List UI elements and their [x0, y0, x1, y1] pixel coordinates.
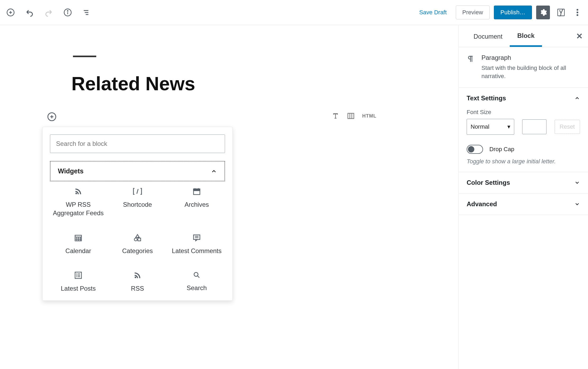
title-separator — [73, 56, 96, 57]
block-wp-rss-aggregator[interactable]: WP RSS Aggregator Feeds — [50, 187, 107, 218]
svg-point-10 — [577, 9, 578, 11]
html-button[interactable]: HTML — [362, 113, 376, 119]
block-label: Archives — [185, 200, 209, 209]
block-latest-posts[interactable]: Latest Posts — [50, 271, 107, 293]
svg-rect-32 — [138, 238, 141, 241]
plus-circle-icon — [47, 112, 57, 122]
search-icon — [193, 271, 201, 279]
font-size-value: Normal — [471, 123, 489, 130]
block-search[interactable]: Search — [168, 271, 225, 293]
advanced-panel: Advanced — [459, 194, 588, 215]
chevron-down-icon — [574, 180, 580, 186]
advanced-title: Advanced — [467, 200, 497, 208]
svg-point-11 — [577, 12, 578, 14]
widgets-panel-label: Widgets — [58, 167, 84, 175]
svg-rect-16 — [348, 113, 354, 119]
tab-document[interactable]: Document — [466, 26, 510, 46]
color-settings-header[interactable]: Color Settings — [467, 179, 580, 186]
undo-button[interactable] — [24, 7, 35, 18]
block-label: WP RSS Aggregator Feeds — [50, 200, 107, 218]
close-sidebar-button[interactable]: ✕ — [576, 32, 583, 41]
toolbar-left — [5, 7, 92, 18]
block-latest-comments[interactable]: Latest Comments — [168, 233, 225, 255]
block-rss[interactable]: RSS — [109, 271, 166, 293]
font-size-number-input[interactable] — [522, 119, 546, 134]
settings-sidebar: Document Block ✕ Paragraph Start with th… — [458, 25, 588, 369]
chevron-up-icon — [574, 95, 580, 101]
save-draft-button[interactable]: Save Draft — [415, 6, 452, 19]
font-size-reset-button[interactable]: Reset — [554, 120, 580, 134]
tab-block[interactable]: Block — [510, 25, 542, 47]
text-settings-title: Text Settings — [467, 94, 506, 102]
rss-feed-icon — [74, 187, 82, 196]
svg-rect-6 — [84, 10, 89, 11]
text-icon — [332, 112, 339, 120]
svg-rect-8 — [86, 14, 88, 15]
font-size-select[interactable]: Normal ▾ — [467, 119, 514, 135]
svg-rect-33 — [194, 235, 200, 239]
dropdown-caret-icon: ▾ — [507, 123, 510, 130]
block-inserter-popover: Widgets WP RSS Aggregator Feeds Shortcod… — [42, 127, 233, 301]
categories-icon — [133, 233, 142, 242]
block-categories[interactable]: Categories — [109, 233, 166, 255]
svg-marker-30 — [136, 235, 139, 237]
block-archives[interactable]: Archives — [168, 187, 225, 218]
redo-icon — [44, 8, 53, 17]
info-icon — [63, 8, 72, 17]
preview-button[interactable]: Preview — [456, 6, 490, 19]
add-block-button[interactable] — [5, 7, 16, 18]
svg-point-43 — [194, 272, 198, 276]
font-size-label: Font Size — [467, 109, 580, 116]
block-label: Calendar — [65, 247, 91, 255]
publish-button[interactable]: Publish… — [494, 6, 532, 19]
block-calendar[interactable]: Calendar — [50, 233, 107, 255]
columns-button[interactable] — [347, 112, 355, 120]
gear-icon — [539, 8, 547, 16]
text-format-button[interactable] — [332, 112, 339, 120]
outline-icon — [83, 8, 91, 16]
shortcode-icon — [132, 187, 143, 196]
drop-cap-toggle[interactable] — [467, 145, 483, 154]
svg-line-19 — [137, 189, 138, 194]
block-label: RSS — [131, 284, 144, 293]
svg-rect-7 — [85, 12, 89, 13]
toolbar-right: Save Draft Preview Publish… — [415, 6, 583, 19]
inline-add-block-button[interactable] — [47, 112, 57, 122]
content-info-button[interactable] — [62, 7, 73, 18]
block-search-input[interactable] — [50, 134, 225, 153]
comments-icon — [192, 233, 201, 242]
block-name: Paragraph — [481, 54, 580, 61]
latest-posts-icon — [74, 271, 82, 280]
widgets-panel-header[interactable]: Widgets — [50, 161, 225, 181]
block-label: Shortcode — [123, 200, 152, 209]
svg-rect-21 — [194, 189, 200, 191]
block-grid: WP RSS Aggregator Feeds Shortcode Archiv… — [50, 187, 225, 293]
more-options-button[interactable] — [572, 7, 583, 18]
svg-point-12 — [577, 14, 578, 16]
calendar-icon — [74, 233, 82, 242]
sidebar-tabs: Document Block ✕ — [459, 25, 588, 47]
editor-toolbar: Save Draft Preview Publish… — [0, 0, 588, 25]
yoast-button[interactable] — [554, 6, 568, 19]
paragraph-icon — [467, 54, 475, 80]
block-toolbar: HTML — [332, 112, 376, 120]
text-settings-header[interactable]: Text Settings — [467, 94, 580, 102]
block-navigation-button[interactable] — [81, 7, 92, 18]
block-info-panel: Paragraph Start with the building block … — [459, 47, 588, 88]
color-settings-title: Color Settings — [467, 179, 510, 186]
plus-circle-icon — [6, 8, 15, 17]
block-shortcode[interactable]: Shortcode — [109, 187, 166, 218]
block-label: Latest Posts — [61, 284, 96, 293]
block-label: Categories — [122, 247, 153, 255]
svg-line-44 — [197, 276, 199, 278]
redo-button[interactable] — [43, 7, 54, 18]
block-description: Start with the building block of all nar… — [481, 64, 580, 80]
svg-point-31 — [134, 238, 137, 241]
settings-toggle[interactable] — [536, 6, 550, 19]
advanced-header[interactable]: Advanced — [467, 200, 580, 208]
chevron-down-icon — [574, 201, 580, 207]
columns-icon — [347, 112, 355, 120]
block-label: Search — [187, 284, 207, 292]
post-title[interactable]: Related News — [71, 73, 195, 94]
kebab-icon — [576, 8, 578, 16]
